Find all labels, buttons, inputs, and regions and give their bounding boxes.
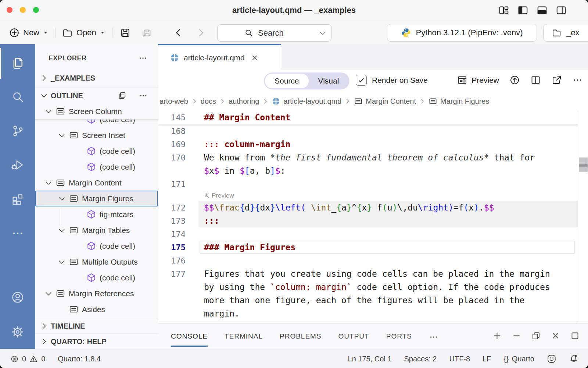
breadcrumb-label: article-layout.qmd — [283, 97, 341, 106]
close-panel-icon[interactable] — [551, 331, 560, 341]
save-button-icon — [120, 27, 131, 38]
chevron-down-icon — [44, 289, 53, 298]
save-all-button[interactable] — [141, 27, 152, 38]
encoding-status[interactable]: UTF-8 — [449, 355, 470, 363]
code-line-168: 168 — [158, 124, 578, 138]
outline-item-margin-references[interactable]: Margin References — [35, 286, 158, 301]
render-on-save-checkbox[interactable] — [356, 75, 367, 86]
restore-panel-icon[interactable] — [531, 331, 541, 341]
breadcrumb-docs[interactable]: docs — [201, 97, 216, 106]
panel-tab-terminal[interactable]: TERMINAL — [225, 323, 263, 349]
outline-item-margin-tables[interactable]: Margin Tables — [35, 222, 158, 238]
outline-item-multiple-outputs[interactable]: Multiple Outputs — [35, 254, 158, 270]
cursor-position-status[interactable]: Ln 175, Col 1 — [348, 355, 392, 363]
navigate-forward-button[interactable] — [196, 27, 207, 38]
breadcrumb-margin-content[interactable]: Margin Content — [354, 97, 416, 106]
sidebar-section-examples[interactable]: _EXAMPLES — [35, 71, 158, 85]
breadcrumb-article-layout-qmd[interactable]: article-layout.qmd — [272, 97, 341, 106]
workspace-button[interactable]: _ex — [543, 24, 588, 42]
activity-bar-item-account[interactable] — [0, 280, 35, 314]
section-icon — [55, 178, 65, 188]
breadcrumb-authoring[interactable]: authoring — [229, 97, 259, 106]
chevron-down-icon — [318, 29, 326, 37]
error-count: 0 — [22, 355, 26, 363]
outline-item-margin-figures[interactable]: Margin Figures — [35, 191, 158, 206]
outline-item-screen-inset[interactable]: Screen Inset — [35, 127, 158, 143]
editor-tab[interactable]: article-layout.qmd — [158, 44, 281, 70]
open-button[interactable]: Open — [58, 27, 110, 38]
activity-bar-item-explorer[interactable] — [0, 46, 35, 80]
open-external-icon[interactable] — [551, 75, 562, 85]
save-button[interactable] — [120, 27, 131, 38]
activity-bar-item-settings[interactable] — [0, 315, 35, 349]
collapse-all-icon[interactable] — [118, 91, 126, 100]
visual-mode-button[interactable]: Visual — [309, 74, 349, 88]
outline-item-margin-content[interactable]: Margin Content — [35, 175, 158, 191]
folder-open-icon — [62, 27, 73, 38]
maximize-panel-icon[interactable] — [570, 331, 580, 341]
preview-button[interactable]: Preview — [457, 75, 499, 85]
close-icon[interactable] — [251, 54, 259, 62]
more-actions-icon[interactable] — [138, 53, 148, 63]
minimize-panel-icon[interactable] — [512, 331, 521, 341]
new-terminal-icon — [492, 331, 502, 341]
sidebar-section-timeline[interactable]: TIMELINE — [35, 318, 158, 334]
more-actions-icon[interactable] — [139, 91, 148, 100]
more-actions-icon — [138, 53, 148, 63]
sidebar-section-quarto-help[interactable]: QUARTO: HELP — [35, 333, 158, 349]
panel-tab-console[interactable]: CONSOLE — [171, 323, 208, 349]
activity-bar-item-extensions[interactable] — [0, 182, 35, 216]
indentation-status[interactable]: Spaces: 2 — [404, 355, 437, 363]
outline-item-fig-mtcars[interactable]: fig-mtcars — [35, 206, 158, 222]
activity-bar-item-more[interactable] — [0, 216, 35, 250]
breadcrumb-separator-icon — [262, 98, 269, 105]
problems-status[interactable]: 0 0 — [10, 355, 45, 363]
breadcrumb-label: Margin Figures — [440, 97, 489, 106]
new-button[interactable]: New — [4, 27, 53, 38]
new-terminal-icon[interactable] — [492, 331, 502, 341]
code-editor[interactable]: 145## Margin Content168169::: column-mar… — [158, 110, 578, 323]
outline-item-screen-column[interactable]: Screen Column — [35, 103, 158, 120]
language-mode-status[interactable]: {} Quarto — [503, 355, 534, 363]
search-input[interactable] — [257, 28, 310, 38]
toggle-primary-sidebar-icon[interactable] — [517, 5, 528, 16]
toggle-panel-icon[interactable] — [537, 5, 548, 16]
editor-scrollbar[interactable] — [578, 110, 588, 323]
close-icon — [251, 54, 259, 62]
toggle-secondary-sidebar-icon[interactable] — [556, 5, 567, 16]
notifications-button[interactable] — [569, 354, 578, 364]
panel-tab-problems[interactable]: PROBLEMS — [280, 323, 322, 349]
outline-item-code-cell[interactable]: (code cell) — [35, 159, 158, 175]
codelens-preview[interactable]: Preview — [158, 191, 578, 201]
command-center-search[interactable] — [217, 24, 331, 42]
navigate-back-button-icon — [173, 27, 184, 38]
panel-more-tabs-icon[interactable] — [429, 332, 438, 342]
quarto-version-status[interactable]: Quarto: 1.8.4 — [58, 355, 101, 363]
section-icon — [69, 304, 79, 314]
outline-item-code-cell[interactable]: (code cell) — [35, 238, 158, 254]
split-editor-icon[interactable] — [530, 75, 541, 85]
panel-tab-ports[interactable]: PORTS — [386, 323, 412, 349]
section-icon — [69, 130, 79, 140]
eol-status[interactable]: LF — [483, 355, 491, 363]
python-interpreter-button[interactable]: Python 3.12.1 (PipEnv: .venv) — [387, 24, 537, 42]
activity-bar-item-run-debug[interactable] — [0, 148, 35, 182]
codelens-label: Preview — [212, 192, 234, 199]
feedback-smiley-button[interactable] — [547, 354, 556, 364]
preview-icon — [457, 75, 467, 85]
breadcrumb-arto-web[interactable]: arto-web — [159, 97, 188, 106]
outline-item-code-cell[interactable]: (code cell) — [35, 270, 158, 286]
navigate-back-button[interactable] — [173, 27, 184, 38]
breadcrumb-margin-figures[interactable]: Margin Figures — [429, 97, 489, 106]
activity-bar-item-search[interactable] — [0, 80, 35, 114]
source-mode-button[interactable]: Source — [265, 74, 309, 88]
activity-bar-item-source-control[interactable] — [0, 114, 35, 148]
customize-layout-icon[interactable] — [498, 5, 509, 16]
outline-item-code-cell[interactable]: (code cell) — [35, 143, 158, 159]
panel-tab-output[interactable]: OUTPUT — [338, 323, 369, 349]
render-icon[interactable] — [509, 75, 520, 85]
scrollbar-thumb[interactable] — [579, 158, 588, 172]
outline-item-asides[interactable]: Asides — [35, 301, 158, 317]
more-actions-icon[interactable] — [572, 75, 583, 85]
sidebar-section-outline[interactable]: OUTLINE — [35, 88, 158, 103]
